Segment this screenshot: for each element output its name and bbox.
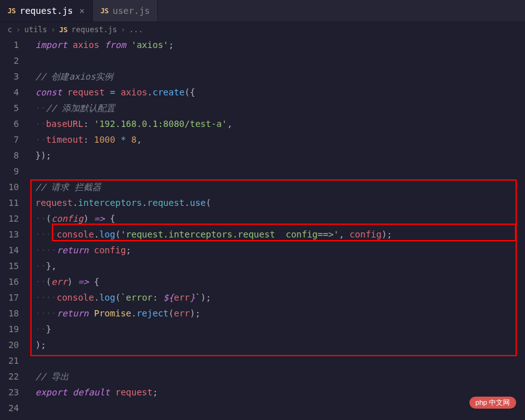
chevron-right-icon: ›	[121, 25, 125, 34]
line-number: 7	[0, 132, 19, 148]
line-number: 3	[0, 69, 19, 85]
code-line	[30, 53, 525, 69]
code-line: // 创建axios实例	[30, 69, 525, 85]
code-line: // 导出	[30, 369, 525, 385]
breadcrumb[interactable]: c › utils › JS request.js › ...	[0, 22, 525, 37]
tab-label: user.js	[112, 6, 150, 16]
code-line: request.interceptors.request.use(	[30, 195, 525, 211]
tab-request-js[interactable]: JS request.js ×	[0, 0, 93, 21]
line-number: 15	[0, 258, 19, 274]
line-number: 21	[0, 353, 19, 369]
watermark-badge: php 中文网	[469, 397, 516, 409]
line-number: 24	[0, 400, 19, 416]
line-number: 19	[0, 321, 19, 337]
line-number: 14	[0, 243, 19, 258]
line-number: 22	[0, 369, 19, 385]
code-line: ··(config) => {	[30, 211, 525, 227]
line-number: 16	[0, 274, 19, 290]
js-file-icon: JS	[59, 26, 68, 34]
code-line	[30, 400, 525, 416]
code-line: ··},	[30, 258, 525, 274]
code-editor[interactable]: 123456789101112131415161718192021222324 …	[0, 37, 525, 416]
line-number: 10	[0, 179, 19, 195]
line-number: 18	[0, 306, 19, 321]
tabs-bar: JS request.js × JS user.js	[0, 0, 525, 22]
code-line	[30, 353, 525, 369]
code-area[interactable]: import axios from 'axios'; // 创建axios实例 …	[30, 37, 525, 416]
line-number: 11	[0, 195, 19, 211]
line-number: 2	[0, 53, 19, 69]
crumb-item[interactable]: request.js	[71, 25, 117, 34]
line-number: 17	[0, 290, 19, 306]
code-line: const request = axios.create({	[30, 85, 525, 100]
js-file-icon: JS	[8, 7, 16, 15]
code-line: ··(err) => {	[30, 274, 525, 290]
line-number: 4	[0, 85, 19, 100]
crumb-item[interactable]: utils	[24, 25, 47, 34]
code-line: ····return config;	[30, 243, 525, 258]
code-line	[30, 164, 525, 179]
chevron-right-icon: ›	[51, 25, 56, 34]
code-line: ··baseURL: '192.168.0.1:8080/test-a',	[30, 116, 525, 132]
line-number: 12	[0, 211, 19, 227]
line-number: 8	[0, 148, 19, 164]
code-line: ··timeout: 1000 * 8,	[30, 132, 525, 148]
js-file-icon: JS	[100, 7, 109, 15]
code-line: ··}	[30, 321, 525, 337]
tab-label: request.js	[20, 6, 73, 16]
code-line: // 请求 拦截器	[30, 179, 525, 195]
line-number: 23	[0, 385, 19, 400]
crumb-item[interactable]: c	[8, 25, 12, 34]
line-number: 13	[0, 227, 19, 243]
line-gutter: 123456789101112131415161718192021222324	[0, 37, 30, 416]
chevron-right-icon: ›	[16, 25, 20, 34]
line-number: 5	[0, 100, 19, 116]
code-line: ····return Promise.reject(err);	[30, 306, 525, 321]
close-icon[interactable]: ×	[80, 6, 85, 16]
code-line: });	[30, 148, 525, 164]
line-number: 6	[0, 116, 19, 132]
code-line: ····console.log(`error: ${err}`);	[30, 290, 525, 306]
code-line: );	[30, 337, 525, 353]
tab-user-js[interactable]: JS user.js	[93, 0, 158, 21]
line-number: 1	[0, 37, 19, 53]
code-line: ····console.log('request.interceptors.re…	[30, 227, 525, 243]
code-line: export default request;	[30, 385, 525, 400]
crumb-item[interactable]: ...	[130, 25, 143, 34]
code-line: import axios from 'axios';	[30, 37, 525, 53]
code-line: ··// 添加默认配置	[30, 100, 525, 116]
line-number: 9	[0, 164, 19, 179]
line-number: 20	[0, 337, 19, 353]
